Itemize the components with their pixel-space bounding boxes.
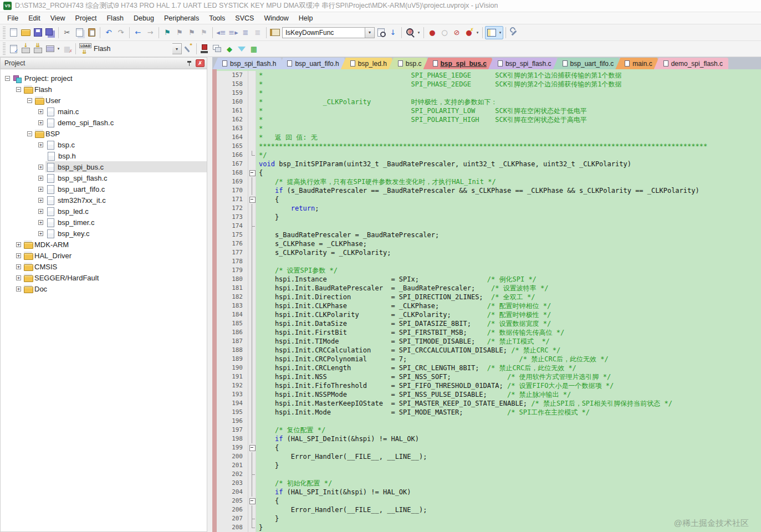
tree-item-user[interactable]: −User [1, 95, 207, 106]
tab-bsp_spi_flash-c[interactable]: bsp_spi_flash.c [488, 58, 557, 69]
tab-bsp_spi_flash-h[interactable]: bsp_spi_flash.h [213, 58, 282, 69]
menu-debug[interactable]: Debug [129, 13, 159, 23]
save-all-icon[interactable] [44, 27, 56, 39]
tab-bsp_spi_bus-c[interactable]: bsp_spi_bus.c [423, 58, 492, 69]
books-icon[interactable]: ▦ [248, 43, 260, 55]
function-list-icon[interactable] [269, 27, 281, 39]
tree-expander-icon[interactable]: + [38, 231, 43, 236]
new-file-icon[interactable] [7, 27, 19, 39]
indent-icon[interactable]: ≡▸ [227, 27, 239, 39]
tree-item-doc[interactable]: +Doc [1, 283, 207, 294]
dropdown-caret-icon[interactable]: ▾ [475, 27, 480, 38]
tree-item-bsp-led-c[interactable]: +bsp_led.c [1, 206, 207, 217]
bookmark-toggle-icon[interactable]: ⚑ [161, 27, 173, 39]
tree-expander-icon[interactable]: + [38, 165, 43, 170]
tree-expander-icon[interactable]: + [38, 120, 43, 125]
target-dropdown-icon[interactable]: ▾ [172, 43, 182, 54]
breakpoint-insert-icon[interactable]: ● [426, 27, 438, 39]
build-icon[interactable]: ↓ [19, 43, 32, 55]
breakpoint-kill-all-icon[interactable]: ✗ [463, 27, 475, 39]
redo-icon[interactable]: ↷ [115, 27, 127, 39]
target-options-icon[interactable]: * [182, 43, 194, 55]
tab-bsp_uart_fifo-c[interactable]: bsp_uart_fifo.c [553, 58, 620, 69]
stop-build-icon[interactable]: ✗ [61, 43, 73, 55]
menu-edit[interactable]: Edit [23, 13, 45, 23]
tree-item-bsp-spi-flash-c[interactable]: +bsp_spi_flash.c [1, 172, 207, 183]
tree-item-bsp-timer-c[interactable]: +bsp_timer.c [1, 217, 207, 228]
breakpoint-enable-icon[interactable]: ○ [438, 27, 451, 39]
tree-item-bsp[interactable]: −BSP [1, 128, 207, 139]
menu-flash[interactable]: Flash [101, 13, 129, 23]
tree-item-demo-spi-flash-c[interactable]: +demo_spi_flash.c [1, 117, 207, 128]
tree-item-stm32h7xx-it-c[interactable]: +stm32h7xx_it.c [1, 195, 207, 206]
tree-expander-icon[interactable]: − [5, 76, 10, 81]
cut-icon[interactable]: ✂ [61, 27, 73, 39]
tree-expander-icon[interactable]: + [38, 209, 43, 214]
tab-bsp_uart_fifo-h[interactable]: bsp_uart_fifo.h [278, 58, 344, 69]
menu-tools[interactable]: Tools [204, 13, 230, 23]
bookmark-next-icon[interactable]: ⚑ [186, 27, 198, 39]
tree-item-bsp-spi-bus-c[interactable]: +bsp_spi_bus.c [1, 161, 207, 172]
tree-expander-icon[interactable]: + [38, 187, 43, 192]
panel-splitter[interactable] [207, 57, 212, 532]
dropdown-caret-icon[interactable]: ▾ [498, 27, 503, 38]
rebuild-all-icon[interactable]: ⇊ [32, 43, 44, 55]
tree-expander-icon[interactable]: + [38, 198, 43, 203]
menu-window[interactable]: Window [259, 13, 293, 23]
menu-help[interactable]: Help [294, 13, 318, 23]
tab-bsp-c[interactable]: bsp.c [389, 58, 427, 69]
fold-marker[interactable] [248, 497, 256, 505]
code-area[interactable]: 157* SPI_PHASE_1EDGE SCK引脚的第1个边沿捕获传输的第1个… [217, 69, 761, 532]
tree-item-flash[interactable]: −Flash [1, 84, 207, 95]
tree-expander-icon[interactable]: + [16, 264, 21, 269]
dropdown-caret-icon[interactable]: ▾ [416, 27, 421, 38]
tree-expander-icon[interactable]: + [16, 253, 21, 258]
pin-icon[interactable] [186, 60, 193, 67]
paste-icon[interactable] [85, 27, 98, 39]
target-select-combo[interactable]: Flash [90, 43, 172, 54]
jump-to-reference-icon[interactable]: ↓ [387, 27, 399, 39]
filter-funnel-icon[interactable] [236, 43, 248, 55]
outdent-icon[interactable]: ◂≡ [215, 27, 227, 39]
fold-marker[interactable] [248, 168, 256, 177]
tree-item-bsp-key-c[interactable]: +bsp_key.c [1, 228, 207, 239]
tree-item-bsp-c[interactable]: +bsp.c [1, 139, 207, 150]
combo-dropdown-icon[interactable]: ▾ [365, 27, 375, 38]
undo-icon[interactable]: ↶ [103, 27, 115, 39]
menu-project[interactable]: Project [70, 13, 102, 23]
bookmark-prev-icon[interactable]: ⚑ [173, 27, 186, 39]
configuration-wrench-icon[interactable] [508, 27, 520, 39]
fold-marker[interactable] [248, 195, 256, 204]
menu-view[interactable]: View [45, 13, 70, 23]
tree-expander-icon[interactable]: + [16, 287, 21, 291]
tree-item-bsp-uart-fifo-c[interactable]: +bsp_uart_fifo.c [1, 183, 207, 195]
window-layout-icon[interactable] [486, 27, 498, 39]
tree-expander-icon[interactable]: − [27, 98, 32, 103]
tree-expander-icon[interactable]: + [38, 220, 43, 225]
tree-item-project-project[interactable]: −Project: project [1, 73, 207, 84]
tree-expander-icon[interactable]: + [38, 109, 43, 114]
tree-expander-icon[interactable]: + [38, 142, 43, 147]
window-cascade-icon[interactable] [211, 43, 223, 55]
tree-expander-icon[interactable]: − [27, 131, 32, 136]
current-function-combo[interactable]: IsKeyDownFunc [282, 27, 365, 38]
comment-selection-icon[interactable]: ≣ [239, 27, 252, 39]
tab-main-c[interactable]: main.c [615, 58, 657, 69]
tree-item-segger-hardfault[interactable]: +SEGGER/HardFault [1, 272, 207, 283]
menu-file[interactable]: File [2, 13, 23, 23]
navigate-back-icon[interactable]: ← [132, 27, 144, 39]
tree-item-mdk-arm[interactable]: +MDK-ARM [1, 239, 207, 250]
toolbar-drag-handle[interactable] [3, 27, 6, 39]
copy-icon[interactable] [73, 27, 85, 39]
tree-item-bsp-h[interactable]: bsp.h [1, 150, 207, 161]
uncomment-selection-icon[interactable]: ≣ [252, 27, 264, 39]
find-symbol-icon[interactable]: @ [404, 27, 416, 39]
toolbar-drag-handle[interactable] [3, 43, 6, 55]
breakpoint-disable-all-icon[interactable]: ⊘ [451, 27, 463, 39]
project-diamond-icon[interactable]: ◆ [223, 43, 236, 55]
menu-peripherals[interactable]: Peripherals [159, 13, 204, 23]
translate-icon[interactable]: ✓ [7, 43, 19, 55]
fold-marker[interactable] [248, 443, 256, 452]
tree-expander-icon[interactable]: + [16, 275, 21, 280]
tab-bsp_led-h[interactable]: bsp_led.h [341, 58, 392, 69]
